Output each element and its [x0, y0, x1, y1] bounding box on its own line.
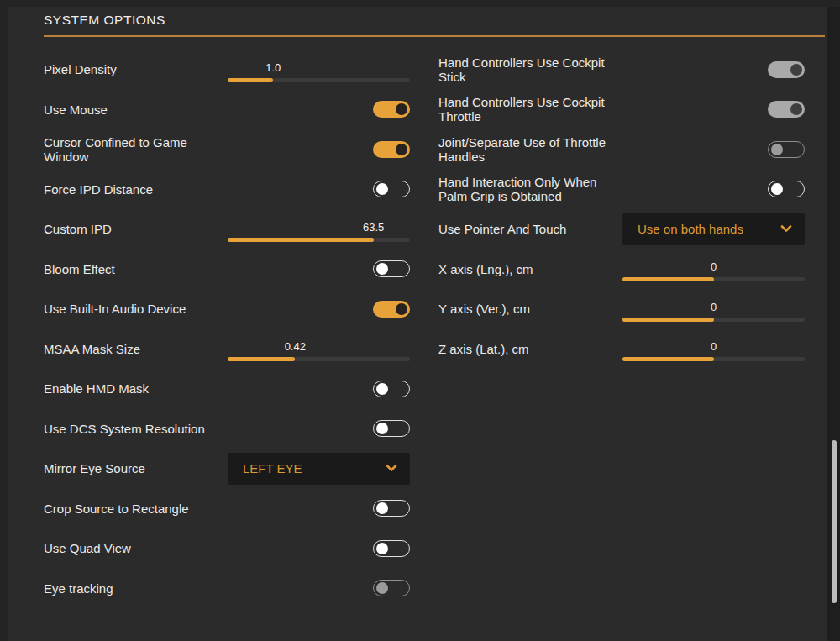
use-mouse-toggle[interactable] — [373, 101, 410, 118]
cursor-confined-toggle[interactable] — [373, 141, 410, 158]
dcs-resolution-toggle[interactable] — [373, 420, 410, 437]
toggle-knob — [790, 103, 802, 115]
pixel-density-slider[interactable]: 1.0 — [228, 65, 410, 87]
row-builtin-audio: Use Built-In Audio Device — [44, 289, 410, 329]
x-axis-slider[interactable]: 0 — [622, 264, 805, 286]
slider-fill — [622, 357, 714, 361]
cockpit-throttle-toggle[interactable] — [768, 101, 805, 118]
row-use-mouse: Use Mouse — [44, 90, 410, 130]
setting-label: Use Pointer And Touch — [438, 222, 622, 236]
row-cockpit-stick: Hand Controllers Use Cockpit Stick — [438, 50, 805, 90]
mirror-eye-source-dropdown[interactable]: LEFT EYE — [228, 453, 410, 485]
title-divider — [44, 35, 825, 37]
scrollbar-thumb[interactable] — [832, 440, 837, 603]
row-pixel-density: Pixel Density 1.0 — [44, 50, 410, 90]
slider-track — [622, 357, 805, 361]
panel-left-edge — [0, 0, 8, 641]
setting-label: Use Mouse — [44, 102, 228, 117]
slider-fill — [228, 357, 295, 361]
row-x-axis: X axis (Lng.), cm 0 — [438, 250, 805, 290]
toggle-knob — [376, 423, 388, 434]
slider-track — [228, 357, 410, 361]
custom-ipd-slider[interactable]: 63.5 — [228, 224, 410, 246]
row-bloom-effect: Bloom Effect — [44, 250, 410, 290]
throttle-handles-toggle[interactable] — [768, 141, 805, 158]
setting-label: Bloom Effect — [44, 262, 228, 276]
setting-label: Crop Source to Rectangle — [44, 502, 228, 516]
settings-column-right: Hand Controllers Use Cockpit Stick Hand … — [438, 50, 805, 369]
builtin-audio-toggle[interactable] — [373, 301, 410, 318]
row-custom-ipd: Custom IPD 63.5 — [44, 209, 410, 250]
toggle-knob — [396, 303, 407, 315]
toggle-knob — [376, 263, 388, 275]
setting-label: Mirror Eye Source — [44, 461, 228, 475]
row-palm-grip: Hand Interaction Only When Palm Grip is … — [438, 170, 805, 210]
setting-label: Pixel Density — [44, 62, 228, 76]
row-z-axis: Z axis (Lat.), cm 0 — [438, 329, 805, 370]
slider-value: 0 — [711, 301, 717, 313]
slider-track — [228, 238, 410, 242]
chevron-down-icon — [386, 465, 397, 472]
row-eye-tracking: Eye tracking — [44, 569, 410, 609]
scrollbar-track[interactable] — [827, 7, 840, 641]
slider-track — [622, 318, 805, 322]
setting-label: MSAA Mask Size — [44, 342, 228, 356]
toggle-knob — [790, 64, 802, 76]
slider-track — [622, 277, 805, 281]
setting-label: Cursor Confined to Game Window — [44, 135, 228, 164]
quad-view-toggle[interactable] — [373, 540, 410, 557]
toggle-knob — [396, 103, 407, 115]
crop-source-toggle[interactable] — [373, 500, 410, 517]
setting-label: X axis (Lng.), cm — [438, 262, 622, 276]
slider-fill — [622, 277, 714, 281]
eye-tracking-toggle[interactable] — [373, 580, 410, 596]
hmd-mask-toggle[interactable] — [373, 381, 410, 397]
force-ipd-toggle[interactable] — [373, 181, 410, 197]
row-hmd-mask: Enable HMD Mask — [44, 369, 410, 409]
setting-label: Y axis (Ver.), cm — [438, 302, 622, 316]
page-title: SYSTEM OPTIONS — [44, 13, 165, 28]
setting-label: Use Quad View — [44, 541, 228, 555]
setting-label: Hand Interaction Only When Palm Grip is … — [438, 175, 622, 203]
row-msaa-mask: MSAA Mask Size 0.42 — [44, 329, 410, 370]
slider-track — [228, 78, 410, 82]
slider-fill — [228, 238, 374, 242]
chevron-down-icon — [780, 225, 792, 233]
toggle-knob — [376, 502, 388, 514]
pointer-touch-dropdown[interactable]: Use on both hands — [622, 213, 805, 245]
row-cursor-confined: Cursor Confined to Game Window — [44, 129, 410, 170]
toggle-knob — [771, 144, 783, 155]
slider-fill — [622, 318, 714, 322]
slider-fill — [228, 78, 273, 82]
slider-value: 0 — [711, 260, 717, 273]
row-mirror-eye-source: Mirror Eye Source LEFT EYE — [44, 449, 410, 489]
setting-label: Custom IPD — [44, 222, 228, 236]
setting-label: Hand Controllers Use Cockpit Throttle — [438, 95, 622, 123]
panel-top-edge — [0, 0, 840, 7]
setting-label: Hand Controllers Use Cockpit Stick — [438, 55, 622, 84]
bloom-effect-toggle[interactable] — [373, 260, 410, 277]
row-force-ipd: Force IPD Distance — [44, 170, 410, 210]
row-pointer-touch: Use Pointer And Touch Use on both hands — [438, 209, 805, 250]
row-crop-source: Crop Source to Rectangle — [44, 489, 410, 529]
cockpit-stick-toggle[interactable] — [768, 61, 805, 78]
z-axis-slider[interactable]: 0 — [622, 344, 805, 365]
msaa-mask-slider[interactable]: 0.42 — [228, 344, 410, 365]
setting-label: Use DCS System Resolution — [44, 422, 228, 436]
toggle-knob — [396, 144, 407, 155]
palm-grip-toggle[interactable] — [768, 181, 805, 197]
toggle-knob — [376, 543, 388, 554]
setting-label: Z axis (Lat.), cm — [438, 342, 622, 356]
slider-value: 1.0 — [265, 61, 281, 74]
row-throttle-handles: Joint/Separate Use of Throttle Handles — [438, 129, 805, 170]
setting-label: Force IPD Distance — [44, 182, 228, 197]
dropdown-value: LEFT EYE — [243, 461, 302, 475]
y-axis-slider[interactable]: 0 — [622, 304, 805, 326]
slider-value: 0 — [711, 340, 717, 353]
settings-column-left: Pixel Density 1.0 Use Mouse Cursor Confi… — [44, 50, 410, 608]
setting-label: Joint/Separate Use of Throttle Handles — [438, 135, 622, 164]
toggle-knob — [376, 383, 388, 395]
dropdown-value: Use on both hands — [638, 222, 743, 236]
setting-label: Eye tracking — [44, 581, 228, 596]
slider-value: 63.5 — [363, 221, 384, 234]
